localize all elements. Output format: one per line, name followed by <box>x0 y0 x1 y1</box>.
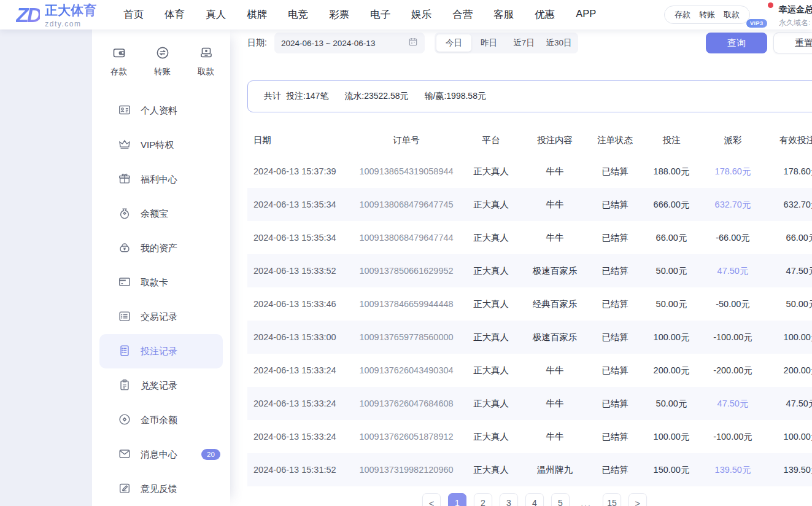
pill-transfer-link[interactable]: 转账 <box>699 9 715 20</box>
sidebar-item-coin-balance[interactable]: 金币余额 <box>92 403 230 437</box>
sidebar-item-label: 交易记录 <box>141 311 177 323</box>
cell-valid: 139.50元 <box>767 464 812 476</box>
cell-platform: 正大真人 <box>458 398 524 410</box>
cell-content: 牛牛 <box>524 398 586 410</box>
quick-action-transfer[interactable]: 转账 <box>154 45 171 77</box>
cell-payout: 178.60元 <box>698 166 767 177</box>
sidebar-item-feedback[interactable]: 意见反馈 <box>92 472 230 506</box>
sidebar-item-bet-records[interactable]: 投注记录 <box>99 334 223 368</box>
nav-home[interactable]: 首页 <box>123 8 144 21</box>
cell-platform: 正大真人 <box>458 464 524 476</box>
preset-yesterday[interactable]: 昨日 <box>471 34 506 52</box>
user-domain-note: 永久域名: z <box>779 18 812 28</box>
summary-prefix: 共计 <box>264 91 281 102</box>
cell-date: 2024-06-13 15:35:34 <box>247 233 355 243</box>
cell-content: 极速百家乐 <box>524 332 586 343</box>
date-range-input[interactable]: 2024-06-13 ~ 2024-06-13 <box>274 33 425 53</box>
cell-valid: 100.00元 <box>767 332 812 343</box>
sidebar-item-vip[interactable]: VIP特权 <box>92 128 230 162</box>
nav-service[interactable]: 客服 <box>493 8 514 21</box>
cell-bet: 50.00元 <box>644 298 698 310</box>
cell-order: 1009137319982120960 <box>355 465 458 475</box>
nav-entertainment[interactable]: 娱乐 <box>411 8 431 21</box>
nav-app[interactable]: APP <box>576 8 596 21</box>
preset-last30[interactable]: 近30日 <box>541 34 576 52</box>
cell-date: 2024-06-13 15:33:24 <box>247 399 355 408</box>
quick-action-withdraw[interactable]: 取款 <box>198 45 214 77</box>
page-button-5[interactable]: 5 <box>551 493 570 506</box>
preset-today[interactable]: 今日 <box>436 34 471 52</box>
sidebar-item-transactions[interactable]: 交易记录 <box>92 300 230 334</box>
cell-content: 牛牛 <box>524 232 586 244</box>
preset-last7[interactable]: 近7日 <box>506 34 541 52</box>
cell-platform: 正大真人 <box>458 365 524 376</box>
table-row: 2024-06-13 15:33:241009137626043490304正大… <box>247 354 812 387</box>
cell-content: 牛牛 <box>524 365 586 376</box>
table-row: 2024-06-13 15:33:241009137626047684608正大… <box>247 387 812 420</box>
cell-order: 1009137626043490304 <box>355 365 458 375</box>
calendar-icon[interactable] <box>408 37 418 49</box>
pagination: < 12345...15 > <box>247 493 812 506</box>
table-row: 2024-06-13 15:33:521009137850661629952正大… <box>247 254 812 287</box>
sidebar-item-welfare[interactable]: 福利中心 <box>92 162 230 197</box>
sidebar-item-profile[interactable]: 个人资料 <box>92 93 230 128</box>
sidebar-menu: 个人资料 VIP特权 福利中心 余额宝 我的资产 取款卡 交易记录 投注记录 <box>92 93 230 506</box>
site-logo[interactable]: ZD 正大体育 zdty.com <box>16 2 96 28</box>
sidebar: 存款 转账 取款 个人资料 VIP特权 福利中心 <box>92 29 230 506</box>
nav-promo[interactable]: 优惠 <box>535 8 555 21</box>
cell-date: 2024-06-13 15:31:52 <box>247 465 355 475</box>
pill-withdraw-link[interactable]: 取款 <box>724 9 740 20</box>
sidebar-item-assets[interactable]: 我的资产 <box>92 231 230 265</box>
wallet-icon <box>112 45 126 62</box>
page-button-4[interactable]: 4 <box>525 493 544 506</box>
cell-date: 2024-06-13 15:33:46 <box>247 299 355 309</box>
next-page-button[interactable]: > <box>628 493 647 506</box>
cell-content: 牛牛 <box>524 431 586 443</box>
sidebar-item-label: 意见反馈 <box>141 483 177 495</box>
wallet-quick-pill: 存款 转账 取款 <box>664 6 750 24</box>
quick-action-label: 取款 <box>198 66 214 77</box>
nav-sports[interactable]: 体育 <box>164 8 185 21</box>
page-button-2[interactable]: 2 <box>474 493 492 506</box>
nav-esports[interactable]: 电竞 <box>288 8 308 21</box>
page-button-1[interactable]: 1 <box>448 493 466 506</box>
bank-card-icon <box>118 275 131 290</box>
table-row: 2024-06-13 15:33:461009137846659944448正大… <box>247 287 812 321</box>
cell-payout: 632.70元 <box>698 199 767 211</box>
sidebar-item-prize-records[interactable]: 兑奖记录 <box>92 368 230 403</box>
table-row: 2024-06-13 15:35:341009138068479647744正大… <box>247 221 812 254</box>
unread-count-badge: 20 <box>201 449 220 460</box>
cell-payout: -100.00元 <box>698 332 767 343</box>
cell-status: 已结算 <box>586 332 644 343</box>
cell-platform: 正大真人 <box>458 265 524 277</box>
logo-title: 正大体育 <box>45 2 96 19</box>
nav-partnership[interactable]: 合营 <box>452 8 473 21</box>
cell-content: 温州牌九 <box>524 464 586 476</box>
cell-platform: 正大真人 <box>458 431 524 443</box>
cell-status: 已结算 <box>586 464 644 476</box>
nav-cards[interactable]: 棋牌 <box>247 8 267 21</box>
sidebar-item-withdraw-card[interactable]: 取款卡 <box>92 265 230 300</box>
nav-lottery[interactable]: 彩票 <box>329 8 349 21</box>
sidebar-item-messages[interactable]: 消息中心 20 <box>92 437 230 472</box>
cell-status: 已结算 <box>586 398 644 410</box>
cell-bet: 150.00元 <box>644 464 698 476</box>
cell-valid: 66.00元 <box>767 232 812 244</box>
page-button-15[interactable]: 15 <box>603 493 621 506</box>
prev-page-button[interactable]: < <box>422 493 441 506</box>
cell-valid: 47.50元 <box>767 265 812 277</box>
user-profile[interactable]: VIP3 幸运金总 永久域名: z <box>750 2 812 28</box>
clipboard-icon <box>118 378 131 394</box>
nav-slots[interactable]: 电子 <box>370 8 390 21</box>
cell-status: 已结算 <box>586 166 644 177</box>
cell-platform: 正大真人 <box>458 298 524 310</box>
page-button-3[interactable]: 3 <box>500 493 518 506</box>
sidebar-quick-actions: 存款 转账 取款 <box>92 45 230 77</box>
reset-button[interactable]: 重置 <box>773 33 812 53</box>
sidebar-item-yuebao[interactable]: 余额宝 <box>92 197 230 231</box>
nav-live[interactable]: 真人 <box>206 8 226 21</box>
query-button[interactable]: 查询 <box>706 33 767 53</box>
pill-deposit-link[interactable]: 存款 <box>675 9 690 20</box>
top-header: ZD 正大体育 zdty.com 首页 体育 真人 棋牌 电竞 彩票 电子 娱乐… <box>0 0 812 29</box>
quick-action-deposit[interactable]: 存款 <box>110 45 127 77</box>
